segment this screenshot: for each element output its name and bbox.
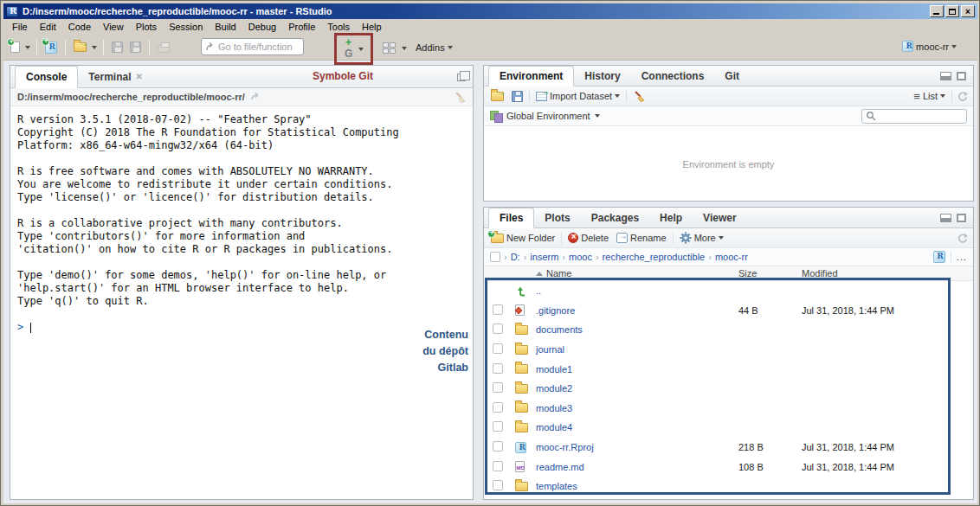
goto-file-function-box[interactable]: [201, 38, 304, 55]
tab-plots[interactable]: Plots: [534, 208, 580, 227]
save-button[interactable]: [110, 40, 125, 54]
project-selector[interactable]: mooc-rr: [900, 39, 958, 54]
tab-viewer[interactable]: Viewer: [693, 208, 746, 227]
file-checkbox[interactable]: [493, 304, 503, 315]
git-dropdown[interactable]: [358, 48, 364, 51]
file-link[interactable]: module1: [536, 364, 738, 375]
clear-environment-button[interactable]: [631, 89, 647, 104]
files-refresh-button[interactable]: [957, 233, 968, 244]
files-maximize-icon[interactable]: [957, 214, 966, 222]
breadcrumb-recherche-reproductible[interactable]: recherche_reproductible: [603, 252, 706, 262]
menu-profile[interactable]: Profile: [282, 20, 321, 34]
environment-view-button[interactable]: List: [912, 88, 947, 105]
menu-help[interactable]: Help: [356, 20, 388, 34]
select-all-checkbox[interactable]: [490, 252, 500, 262]
menu-view[interactable]: View: [97, 20, 130, 34]
menu-build[interactable]: Build: [209, 20, 242, 34]
environment-scope-selector[interactable]: Global Environment: [506, 111, 590, 121]
menu-tools[interactable]: Tools: [321, 20, 356, 34]
file-checkbox[interactable]: [493, 480, 503, 490]
path-ellipsis-button[interactable]: ...: [957, 252, 967, 262]
close-button[interactable]: ×: [961, 5, 975, 17]
files-tabbar: Files Plots Packages Help Viewer: [484, 208, 973, 228]
environment-search-box[interactable]: [861, 109, 967, 124]
file-row: module4: [484, 418, 973, 438]
clear-console-button[interactable]: [454, 92, 466, 103]
menu-code[interactable]: Code: [62, 20, 97, 34]
menu-edit[interactable]: Edit: [34, 20, 62, 34]
breadcrumb-drive[interactable]: D:: [511, 252, 520, 262]
menu-file[interactable]: File: [6, 20, 34, 34]
delete-button[interactable]: Delete: [566, 231, 610, 245]
goto-input[interactable]: [218, 42, 300, 52]
rename-button[interactable]: Rename: [615, 231, 668, 245]
tab-packages[interactable]: Packages: [581, 208, 649, 227]
tab-console[interactable]: Console: [15, 66, 78, 88]
file-checkbox[interactable]: [493, 461, 503, 471]
maximize-button[interactable]: [945, 5, 959, 17]
column-name[interactable]: Name: [536, 268, 738, 279]
scope-dropdown-icon[interactable]: [595, 114, 600, 118]
import-dataset-button[interactable]: Import Dataset: [534, 89, 622, 103]
console-output[interactable]: R version 3.5.1 (2018-07-02) -- "Feather…: [10, 106, 473, 493]
save-all-button[interactable]: [128, 40, 143, 54]
file-checkbox[interactable]: [493, 421, 503, 432]
file-checkbox[interactable]: [493, 441, 503, 452]
tab-files[interactable]: Files: [488, 208, 534, 228]
menu-plots[interactable]: Plots: [130, 20, 163, 34]
breadcrumb-inserm[interactable]: inserm: [530, 252, 558, 262]
file-checkbox[interactable]: [493, 382, 503, 393]
file-link[interactable]: module2: [536, 383, 738, 394]
terminal-close-icon[interactable]: ✕: [135, 72, 142, 81]
file-link[interactable]: module3: [536, 403, 738, 413]
file-checkbox[interactable]: [493, 323, 503, 334]
file-checkbox[interactable]: [493, 363, 503, 374]
new-file-button[interactable]: [9, 40, 22, 54]
environment-search-input[interactable]: [879, 112, 957, 121]
new-folder-button[interactable]: New Folder: [489, 231, 557, 245]
file-checkbox[interactable]: [493, 343, 503, 354]
console-restore-icon[interactable]: [457, 74, 466, 81]
file-link[interactable]: templates: [536, 481, 738, 491]
tab-git[interactable]: Git: [714, 66, 750, 86]
git-toolbar-button[interactable]: [344, 40, 364, 58]
new-project-button[interactable]: [43, 40, 59, 55]
files-minimize-icon[interactable]: [940, 214, 951, 222]
tab-terminal[interactable]: Terminal ✕: [78, 66, 153, 87]
column-size[interactable]: Size: [738, 268, 802, 279]
tab-environment[interactable]: Environment: [488, 66, 574, 86]
breadcrumb-mooc[interactable]: mooc: [569, 252, 592, 262]
menu-session[interactable]: Session: [163, 20, 209, 34]
addins-button[interactable]: Addins: [414, 41, 455, 54]
menu-debug[interactable]: Debug: [242, 20, 282, 34]
file-link[interactable]: journal: [536, 344, 738, 355]
file-link[interactable]: documents: [536, 324, 738, 335]
panes-layout-dropdown[interactable]: [402, 47, 407, 50]
file-checkbox[interactable]: [493, 402, 503, 413]
open-file-dropdown[interactable]: [92, 46, 97, 49]
file-link[interactable]: module4: [536, 422, 738, 432]
print-button[interactable]: [156, 40, 171, 54]
minimize-button[interactable]: [930, 5, 944, 17]
new-file-dropdown[interactable]: [25, 46, 30, 49]
file-link[interactable]: readme.md: [536, 462, 738, 472]
open-file-button[interactable]: [72, 41, 88, 54]
more-button[interactable]: More: [678, 230, 725, 246]
save-workspace-button[interactable]: [510, 89, 525, 104]
file-row: readme.md 108 B Jul 31, 2018, 1:44 PM: [484, 457, 973, 477]
environment-minimize-icon[interactable]: [940, 72, 951, 80]
breadcrumb-mooc-rr[interactable]: mooc-rr: [715, 252, 748, 262]
panes-layout-button[interactable]: [381, 41, 409, 55]
goto-directory-icon[interactable]: [250, 93, 261, 102]
load-workspace-button[interactable]: [489, 90, 506, 103]
file-link[interactable]: mooc-rr.Rproj: [536, 442, 738, 452]
file-link[interactable]: ..: [536, 285, 738, 296]
tab-history[interactable]: History: [574, 66, 630, 86]
tab-connections[interactable]: Connections: [631, 66, 715, 86]
environment-maximize-icon[interactable]: [957, 72, 966, 80]
tab-help[interactable]: Help: [649, 208, 693, 227]
project-directory-icon[interactable]: [933, 251, 945, 263]
environment-refresh-button[interactable]: [957, 91, 968, 102]
file-link[interactable]: .gitignore: [536, 305, 738, 316]
column-modified[interactable]: Modified: [802, 268, 973, 279]
